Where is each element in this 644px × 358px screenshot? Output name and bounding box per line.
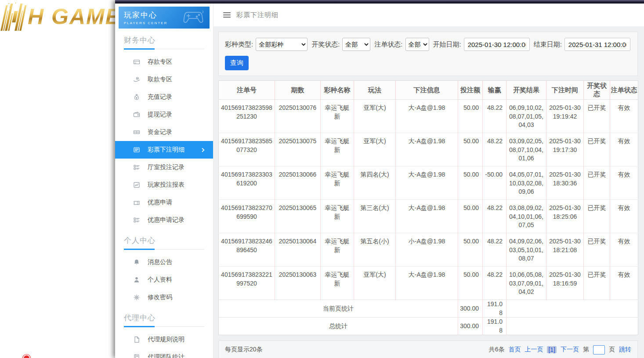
cell: 大-A盘@1.98 — [396, 267, 458, 300]
cell: 亚军(大) — [354, 133, 396, 166]
page-size-text: 每页显示20条 — [225, 346, 263, 354]
sidebar-item-label: 彩票下注明细 — [148, 146, 185, 154]
sidebar-item-lottery-bet-details[interactable]: 彩票下注明细 — [115, 141, 213, 159]
sidebar-item-hall-bet-records[interactable]: 厅室投注记录 — [115, 159, 213, 176]
sidebar-item-label: 资金记录 — [148, 128, 172, 136]
screen: H GAMES 玩家中心 PLAYERS CENTER 财务中心存款专区取款专区… — [0, 0, 644, 358]
col-header-2: 彩种名称 — [321, 81, 354, 100]
summary-winloss-total: 191.08 — [483, 318, 507, 335]
col-header-8: 下注时间 — [546, 81, 584, 100]
col-header-6: 输赢 — [483, 81, 507, 100]
sidebar-item-withdraw-zone[interactable]: 取款专区 — [115, 71, 213, 88]
bell-icon — [133, 259, 140, 266]
cell: 有效 — [610, 133, 638, 166]
start-date-input[interactable] — [464, 38, 530, 51]
sidebar-item-profile[interactable]: 个人资料 — [115, 271, 213, 289]
cell: 已开奖 — [584, 100, 610, 133]
sidebar-item-recharge-records[interactable]: 充值记录 — [115, 88, 213, 106]
cell: 幸运飞艇新 — [321, 267, 354, 300]
cell: -50.00 — [483, 166, 507, 200]
cell: 幸运飞艇新 — [321, 200, 354, 233]
bank-card-icon — [133, 58, 140, 65]
col-header-3: 玩法 — [354, 81, 396, 100]
draw-status-select[interactable]: 全部 — [342, 38, 370, 51]
end-date-input[interactable] — [564, 38, 630, 51]
order-status-select[interactable]: 全部 — [405, 38, 429, 51]
table-row: 40156917382330361920020250130066幸运飞艇新第四名… — [219, 166, 638, 200]
pager: 共6条 首页 上一页 [1] 下一页 第 页 跳转 — [489, 345, 631, 354]
cell: 10,06,05,08,03,07,09,01,04,02 — [507, 267, 546, 300]
col-header-5: 投注额 — [458, 81, 483, 100]
cell: 2025-01-30 19:17:30 — [546, 133, 584, 166]
sidebar-item-funds-records[interactable]: 资金记录 — [115, 123, 213, 141]
cell: 401569173823598251230 — [219, 100, 275, 133]
cell: 有效 — [610, 166, 638, 200]
cell: 50.00 — [458, 100, 483, 133]
pagination-bar: 每页显示20条 共6条 首页 上一页 [1] 下一页 第 页 跳转 — [218, 340, 638, 358]
sidebar-item-promo-application-records[interactable]: 优惠申请记录 — [115, 211, 213, 229]
players-center-panel: 玩家中心 PLAYERS CENTER 财务中心存款专区取款专区充值记录提现记录… — [115, 0, 644, 358]
cell: 幸运飞艇新 — [321, 166, 354, 200]
current-page-badge[interactable]: [1] — [547, 346, 557, 353]
sidebar-header: 玩家中心 PLAYERS CENTER — [119, 7, 210, 29]
sidebar-item-withdrawal-records[interactable]: 提现记录 — [115, 106, 213, 123]
order-status-label: 注单状态: — [374, 40, 402, 49]
section-title: 代理中心 — [115, 306, 213, 325]
cell: 03,09,02,05,08,07,10,04,01,06 — [507, 133, 546, 166]
cell: 401569173823221997520 — [219, 267, 275, 300]
cell: 48.22 — [483, 100, 507, 133]
sidebar-item-agent-rules[interactable]: 代理规则说明 — [115, 331, 213, 348]
gamepad-icon — [183, 10, 206, 25]
summary-empty — [507, 318, 638, 335]
cell: 48.22 — [483, 200, 507, 233]
summary-empty — [507, 300, 638, 318]
sidebar-item-change-password[interactable]: 修改密码 — [115, 289, 213, 306]
lottery-type-select[interactable]: 全部彩种 — [256, 38, 308, 51]
sidebar-item-messages-announcements[interactable]: 消息公告 — [115, 253, 213, 271]
col-header-9: 开奖状态 — [584, 81, 610, 100]
sidebar-item-player-bet-report[interactable]: 玩家投注报表 — [115, 176, 213, 194]
sidebar-item-promo-application[interactable]: 优惠申请 — [115, 194, 213, 211]
cell: 20250130076 — [275, 100, 321, 133]
top-dark-strip — [115, 0, 644, 4]
query-button[interactable]: 查询 — [225, 56, 249, 70]
chart-line-icon — [133, 181, 140, 188]
cell: 小-A盘@1.98 — [396, 233, 458, 267]
cell: 幸运飞艇新 — [321, 133, 354, 166]
cell: 已开奖 — [584, 267, 610, 300]
cell: 大-A盘@1.98 — [396, 200, 458, 233]
cell: 2025-01-30 18:30:36 — [546, 166, 584, 200]
cell: 20250130066 — [275, 166, 321, 200]
summary-winloss-total: 191.08 — [483, 300, 507, 318]
sidebar-item-label: 代理规则说明 — [148, 336, 185, 344]
cell: 50.00 — [458, 200, 483, 233]
menu-toggle-icon[interactable] — [223, 12, 231, 18]
cell: 有效 — [610, 233, 638, 267]
cell: 已开奖 — [584, 200, 610, 233]
section-title: 个人中心 — [115, 229, 213, 248]
cell: 48.22 — [483, 267, 507, 300]
cell: 亚军(大) — [354, 100, 396, 133]
sidebar-item-label: 个人资料 — [148, 276, 172, 284]
jump-page-input[interactable] — [593, 345, 605, 354]
cell: 2025-01-30 18:25:06 — [546, 200, 584, 233]
book-icon — [133, 354, 140, 358]
cell: 2025-01-30 18:21:08 — [546, 233, 584, 267]
section-title: 财务中心 — [115, 29, 213, 48]
cell: 401569173823270699590 — [219, 200, 275, 233]
sidebar-item-label: 优惠申请记录 — [148, 216, 185, 224]
first-page-link[interactable]: 首页 — [508, 346, 521, 354]
sidebar: 玩家中心 PLAYERS CENTER 财务中心存款专区取款专区充值记录提现记录… — [115, 4, 213, 358]
col-header-10: 注单状态 — [610, 81, 638, 100]
prev-page-link[interactable]: 上一页 — [525, 346, 543, 354]
summary-label: 当前页统计 — [219, 300, 458, 318]
next-page-link[interactable]: 下一页 — [561, 346, 579, 354]
col-header-4: 下注信息 — [396, 81, 458, 100]
cell: 第五名(小) — [354, 233, 396, 267]
sidebar-nav: 财务中心存款专区取款专区充值记录提现记录资金记录彩票下注明细厅室投注记录玩家投注… — [115, 29, 213, 358]
table-header-row: 注单号期数彩种名称玩法下注信息投注额输赢开奖结果下注时间开奖状态注单状态 — [219, 81, 638, 100]
sidebar-item-deposit-zone[interactable]: 存款专区 — [115, 53, 213, 71]
jump-link[interactable]: 跳转 — [619, 346, 631, 354]
content-area: 彩种类型: 全部彩种 开奖状态: 全部 注单状态: 全部 — [213, 26, 644, 358]
sidebar-item-agent-team-stats[interactable]: 代理团队统计 — [115, 348, 213, 358]
